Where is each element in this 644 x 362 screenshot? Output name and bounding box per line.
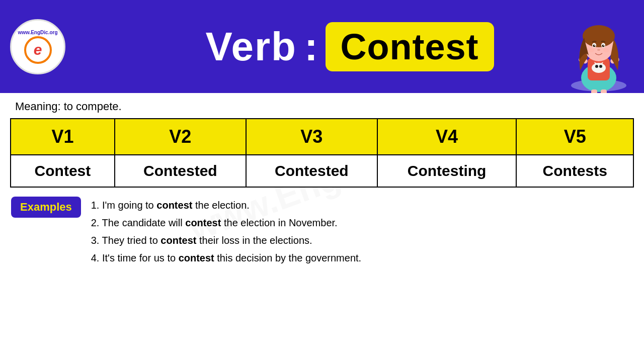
example-1: 1. I'm going to contest the election. [91, 197, 361, 214]
svg-point-5 [599, 65, 602, 68]
col-v4: V4 [377, 119, 516, 155]
meaning-section: Meaning: to compete. [0, 93, 644, 118]
meaning-label: Meaning: to compete. [15, 100, 122, 113]
colon: : [304, 24, 318, 70]
examples-list: 1. I'm going to contest the election. 2.… [91, 197, 361, 267]
header-banner: www.EngDic.org Verb : Contest [0, 0, 644, 93]
col-v3: V3 [246, 119, 377, 155]
table-data-row: Contest Contested Contested Contesting C… [11, 155, 633, 187]
example-3: 3. They tried to contest their loss in t… [91, 232, 361, 249]
svg-point-10 [583, 25, 615, 47]
svg-point-16 [603, 45, 604, 46]
svg-point-19 [603, 48, 609, 52]
cell-v2: Contested [115, 155, 246, 187]
svg-point-18 [588, 48, 594, 52]
svg-rect-21 [601, 89, 607, 93]
main-word: Contest [341, 26, 479, 67]
girl-illustration [558, 0, 639, 93]
svg-point-15 [594, 45, 595, 46]
cell-v5: Contests [516, 155, 633, 187]
svg-point-13 [593, 45, 595, 47]
examples-badge: Examples [11, 197, 81, 218]
cell-v4: Contesting [377, 155, 516, 187]
verb-forms-table: V1 V2 V3 V4 V5 Contest Contested Contest… [10, 118, 634, 188]
svg-point-4 [595, 65, 598, 68]
col-v1: V1 [11, 119, 115, 155]
word-box: Contest [326, 22, 494, 71]
cell-v1: Contest [11, 155, 115, 187]
table-wrapper: V1 V2 V3 V4 V5 Contest Contested Contest… [0, 118, 644, 188]
cell-v3: Contested [246, 155, 377, 187]
svg-rect-20 [591, 89, 597, 93]
examples-section: Examples 1. I'm going to contest the ele… [0, 188, 644, 272]
logo: www.EngDic.org [10, 19, 65, 74]
svg-point-17 [597, 49, 600, 51]
logo-e [24, 36, 52, 64]
logo-site-text: www.EngDic.org [18, 30, 57, 35]
girl-svg [560, 0, 638, 93]
main-content: www.EngDic.org Meaning: to compete. V1 V… [0, 93, 644, 272]
svg-point-3 [592, 63, 606, 73]
table-header-row: V1 V2 V3 V4 V5 [11, 119, 633, 155]
col-v5: V5 [516, 119, 633, 155]
col-v2: V2 [115, 119, 246, 155]
example-4: 4. It's time for us to contest this deci… [91, 249, 361, 267]
example-2: 2. The candidate will contest the electi… [91, 214, 361, 232]
svg-point-14 [602, 45, 604, 47]
word-type-label: Verb [205, 24, 296, 70]
header-title: Verb : Contest [65, 22, 634, 71]
